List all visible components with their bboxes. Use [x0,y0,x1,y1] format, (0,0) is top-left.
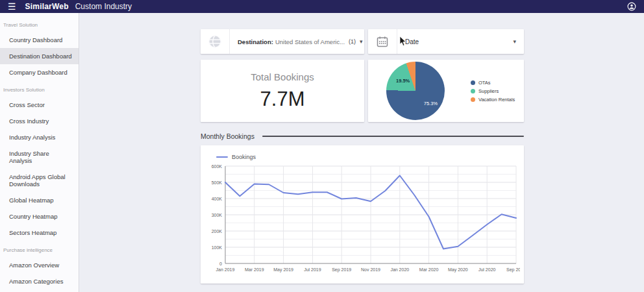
kpi-value: 7.7M [260,88,305,111]
chevron-down-icon[interactable]: ▾ [513,38,524,45]
svg-text:0: 0 [219,262,222,266]
legend-dot-icon [471,89,475,93]
sidebar-section-label: Purchase intelligence [0,241,79,257]
line-chart-legend: Bookings [216,154,256,160]
svg-text:Sep 2019: Sep 2019 [332,267,351,273]
section-title: Monthly Bookings [201,132,254,140]
pie-legend: OTAsSuppliersVacation Rentals [471,80,515,103]
sidebar-item-destination-dashboard[interactable]: Destination Dashboard [0,48,79,64]
destination-filter-label: Destination: [238,38,273,45]
svg-text:400K: 400K [212,197,223,201]
hamburger-menu-icon[interactable]: ☰ [8,2,16,11]
account-icon[interactable] [627,2,636,11]
sidebar-item-global-heatmap[interactable]: Global Heatmap [0,192,79,208]
svg-text:May 2019: May 2019 [273,267,293,273]
sidebar-section-label: Travel Solution [0,16,79,32]
sidebar-section-label: Investors Solution [0,80,79,97]
svg-text:Mar 2019: Mar 2019 [245,267,264,272]
svg-text:Jan 2020: Jan 2020 [390,267,409,272]
legend-series-label: Bookings [232,154,256,160]
brand-logo: SimilarWeb [25,2,69,11]
date-filter-dropdown[interactable]: Date ▾ [368,29,524,54]
sidebar-item-industry-share-analysis[interactable]: Industry Share Analysis [0,145,79,169]
sidebar-nav: Travel SolutionCountry DashboardDestinat… [0,13,79,292]
pie-legend-item: Vacation Rentals [471,97,515,103]
svg-text:200K: 200K [212,229,223,234]
main-content: Destination: United States of Americ... … [79,13,644,292]
destination-filter-value: United States of Americ... [275,38,345,45]
svg-text:500K: 500K [212,180,223,185]
pie-slice-label: 19.5% [396,78,410,84]
svg-text:Sep 2020: Sep 2020 [506,267,520,273]
sidebar-item-company-dashboard[interactable]: Company Dashboard [0,64,79,80]
total-bookings-card: Total Bookings 7.7M [201,60,364,122]
svg-text:Jul 2020: Jul 2020 [478,267,496,272]
svg-text:Mar 2020: Mar 2020 [419,267,439,272]
date-filter-text: Date [397,38,419,45]
sidebar-item-amazon-categories[interactable]: Amazon Categories [0,273,79,289]
pie-legend-item: OTAs [471,80,515,86]
sidebar-item-country-heatmap[interactable]: Country Heatmap [0,208,79,225]
svg-text:Jan 2019: Jan 2019 [216,267,235,272]
sidebar-item-amazon-overview[interactable]: Amazon Overview [0,257,79,273]
svg-text:600K: 600K [212,164,223,169]
line-chart: 0100K200K300K400K500K600KJan 2019Mar 201… [204,161,520,280]
calendar-icon [368,29,397,54]
monthly-bookings-chart-card: Bookings 0100K200K300K400K500K600KJan 20… [201,145,524,284]
date-filter-label: Date [405,38,419,45]
svg-text:May 2020: May 2020 [448,267,468,273]
sidebar-item-industry-analysis[interactable]: Industry Analysis [0,129,79,145]
legend-line-swatch [216,156,228,158]
sidebar-item-sectors-heatmap[interactable]: Sectors Heatmap [0,225,79,241]
svg-text:Jul 2019: Jul 2019 [304,267,321,272]
sidebar-item-country-dashboard[interactable]: Country Dashboard [0,32,79,48]
kpi-title: Total Bookings [251,71,314,82]
channel-share-pie-card: 19.5% 75.3% OTAsSuppliersVacation Rental… [368,60,524,122]
sidebar-item-android-apps-global-downloads[interactable]: Android Apps Global Downloads [0,169,79,192]
pie-slice-label: 75.3% [424,101,438,106]
legend-dot-icon [471,97,475,102]
svg-text:300K: 300K [212,213,223,217]
sidebar-item-amazon-brands[interactable]: Amazon Brands [0,289,79,292]
destination-filter-dropdown[interactable]: Destination: United States of Americ... … [201,29,364,54]
legend-label: Vacation Rentals [478,97,515,103]
legend-label: OTAs [478,80,491,86]
globe-icon [201,29,229,54]
svg-text:100K: 100K [212,245,223,250]
page-title: Custom Industry [75,2,132,11]
legend-dot-icon [471,80,475,85]
top-navbar: ☰ SimilarWeb Custom Industry [0,0,644,13]
section-title-row: Monthly Bookings [201,132,524,140]
sidebar-item-cross-sector[interactable]: Cross Sector [0,97,79,113]
section-divider-line [262,136,524,137]
svg-text:Nov 2019: Nov 2019 [361,267,380,272]
sidebar-item-cross-industry[interactable]: Cross Industry [0,113,79,129]
chevron-down-icon[interactable]: ▾ [360,38,363,45]
destination-filter-text: Destination: United States of Americ... [230,38,345,45]
pie-legend-item: Suppliers [471,88,515,94]
destination-filter-count: (1) [349,38,356,45]
pie-chart: 19.5% 75.3% [386,62,445,120]
legend-label: Suppliers [478,88,499,94]
